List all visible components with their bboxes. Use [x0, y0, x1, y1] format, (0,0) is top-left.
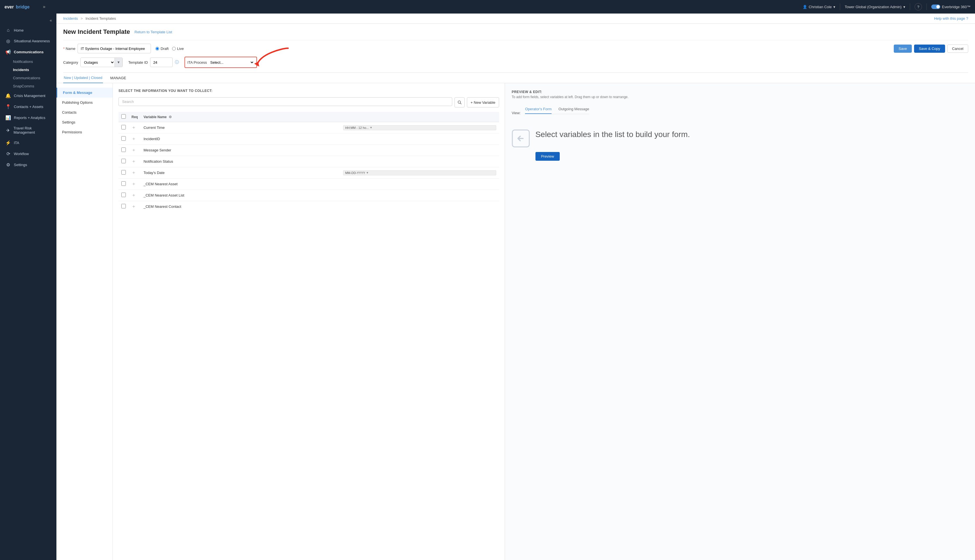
new-variable-button[interactable]: + New Variable [467, 97, 499, 107]
travel-risk-icon: ✈ [5, 128, 11, 133]
search-bar: + New Variable [119, 97, 499, 107]
home-icon: ⌂ [5, 28, 11, 33]
left-nav-permissions[interactable]: Permissions [57, 127, 113, 137]
help-question-icon: ? [966, 17, 968, 21]
left-nav-form-message[interactable]: Form & Message [57, 88, 113, 98]
tab-manage[interactable]: MANAGE [110, 73, 127, 83]
return-to-template-link[interactable]: Return to Template List [135, 30, 172, 34]
navbar: ever bridge » 👤 Christian Cole ▾ Tower G… [0, 0, 975, 13]
add-icon-current-time[interactable]: ＋ [132, 125, 136, 130]
help-icon[interactable]: ? [915, 3, 922, 10]
sidebar-label-settings: Settings [14, 163, 27, 167]
row-checkbox-current-time[interactable] [121, 125, 126, 130]
user-icon: 👤 [803, 5, 807, 9]
add-icon-cem-nearest-contact[interactable]: ＋ [132, 204, 136, 209]
org-menu[interactable]: Tower Global (Organization Admin) ▾ [845, 5, 905, 9]
tab-outgoing-message[interactable]: Outgoing Message [558, 105, 589, 114]
preview-empty-text: Select variables in the list to build yo… [536, 130, 690, 140]
row-checkbox-todays-date[interactable] [121, 170, 126, 175]
sidebar-item-communications-sub[interactable]: Communications [0, 74, 57, 82]
toggle-360[interactable] [931, 5, 940, 9]
sidebar-item-snapcomms[interactable]: SnapComms [0, 82, 57, 90]
sidebar-item-settings[interactable]: ⚙ Settings [0, 159, 57, 170]
sidebar-label-notifications: Notifications [13, 60, 33, 64]
sidebar-item-situational-awareness[interactable]: ◎ Situational Awareness [0, 35, 57, 47]
user-dropdown-icon: ▾ [833, 5, 835, 9]
ita-icon: ⚡ [5, 140, 11, 145]
add-icon-incidentid[interactable]: ＋ [132, 136, 136, 141]
sidebar-item-contacts-assets[interactable]: 📍 Contacts + Assets [0, 101, 57, 112]
template-id-input[interactable] [150, 58, 173, 67]
add-icon-notification-status[interactable]: ＋ [132, 159, 136, 163]
variables-panel: SELECT THE INFORMATION YOU WANT TO COLLE… [113, 83, 505, 560]
row-checkbox-cem-nearest-asset-list[interactable] [121, 193, 126, 197]
draft-radio[interactable] [155, 47, 159, 50]
var-name-incidentid: IncidentID [141, 133, 341, 145]
row-checkbox-message-sender[interactable] [121, 147, 126, 152]
sidebar-item-ita[interactable]: ⚡ ITA [0, 137, 57, 148]
org-name: Tower Global (Organization Admin) [845, 5, 902, 9]
left-nav-settings[interactable]: Settings [57, 117, 113, 127]
sidebar-item-communications[interactable]: 📢 Communications [0, 47, 57, 58]
search-button[interactable] [454, 97, 465, 107]
var-badge-todays-date[interactable]: MM-DD-YYYY ▼ [343, 170, 496, 175]
sidebar-toggle-icon[interactable]: » [43, 4, 45, 9]
svg-line-4 [461, 103, 462, 104]
tab-new-updated-closed[interactable]: New | Updated | Closed [63, 73, 103, 83]
var-badge-current-time[interactable]: HH:MM - 12 ho... ▼ [343, 125, 496, 130]
name-input[interactable] [78, 44, 151, 53]
action-buttons: Save Save & Copy Cancel [894, 45, 968, 53]
save-copy-button[interactable]: Save & Copy [914, 45, 945, 53]
cancel-button[interactable]: Cancel [947, 45, 968, 53]
sidebar-collapse-btn[interactable]: « [0, 16, 57, 25]
breadcrumb-sep: > [81, 17, 83, 21]
live-option[interactable]: Live [172, 47, 184, 51]
ita-process-select[interactable]: Select... [209, 58, 254, 66]
sidebar-item-home[interactable]: ⌂ Home [0, 25, 57, 35]
sidebar-item-crisis-management[interactable]: 🔔 Crisis Management [0, 90, 57, 101]
sidebar-item-incidents[interactable]: Incidents [0, 66, 57, 74]
select-all-checkbox[interactable] [121, 114, 126, 119]
name-field: Name [63, 44, 151, 53]
sidebar-item-reports-analytics[interactable]: 📊 Reports + Analytics [0, 112, 57, 123]
preview-button[interactable]: Preview [536, 152, 560, 161]
add-icon-message-sender[interactable]: ＋ [132, 147, 136, 152]
search-input[interactable] [119, 97, 452, 106]
logo[interactable]: ever bridge [5, 3, 38, 11]
add-icon-todays-date[interactable]: ＋ [132, 170, 136, 175]
row-checkbox-notification-status[interactable] [121, 159, 126, 163]
breadcrumb-incidents[interactable]: Incidents [63, 17, 78, 21]
tabs-row: New | Updated | Closed MANAGE [63, 72, 968, 83]
var-name-todays-date: Today's Date [141, 167, 341, 178]
situational-awareness-icon: ◎ [5, 38, 11, 44]
category-dropdown-btn[interactable]: ▼ [115, 58, 122, 67]
sidebar-label-travel-risk: Travel Risk Management [13, 126, 52, 135]
left-nav-publishing-options[interactable]: Publishing Options [57, 98, 113, 107]
add-icon-cem-nearest-asset-list[interactable]: ＋ [132, 193, 136, 197]
help-link[interactable]: Help with this page ? [934, 17, 968, 21]
row-checkbox-cem-nearest-asset[interactable] [121, 181, 126, 186]
tab-operators-form[interactable]: Operator's Form [525, 105, 551, 114]
user-menu[interactable]: 👤 Christian Cole ▾ [803, 5, 836, 9]
live-radio[interactable] [172, 47, 176, 50]
options-header [340, 112, 499, 122]
badge-360[interactable]: Everbridge 360™ [931, 5, 970, 9]
category-select[interactable]: Outages [81, 58, 115, 67]
sidebar-item-notifications[interactable]: Notifications [0, 58, 57, 66]
add-icon-cem-nearest-asset[interactable]: ＋ [132, 181, 136, 186]
row-checkbox-incidentid[interactable] [121, 136, 126, 141]
row-checkbox-cem-nearest-contact[interactable] [121, 204, 126, 208]
left-nav-contacts[interactable]: Contacts [57, 107, 113, 117]
template-id-info-icon[interactable]: ⓘ [175, 60, 179, 65]
sidebar-item-workflow[interactable]: ⟳ Workflow [0, 148, 57, 159]
sidebar-item-travel-risk[interactable]: ✈ Travel Risk Management [0, 123, 57, 137]
contacts-assets-icon: 📍 [5, 104, 11, 109]
view-label: View: [512, 111, 521, 115]
page-title-row: New Incident Template Return to Template… [63, 28, 968, 35]
draft-option[interactable]: Draft [155, 47, 169, 51]
arrow-left-icon [512, 130, 530, 148]
save-button[interactable]: Save [894, 45, 912, 53]
sidebar-label-ita: ITA [14, 141, 19, 145]
name-label: Name [63, 47, 75, 51]
req-header: Req [129, 112, 141, 122]
